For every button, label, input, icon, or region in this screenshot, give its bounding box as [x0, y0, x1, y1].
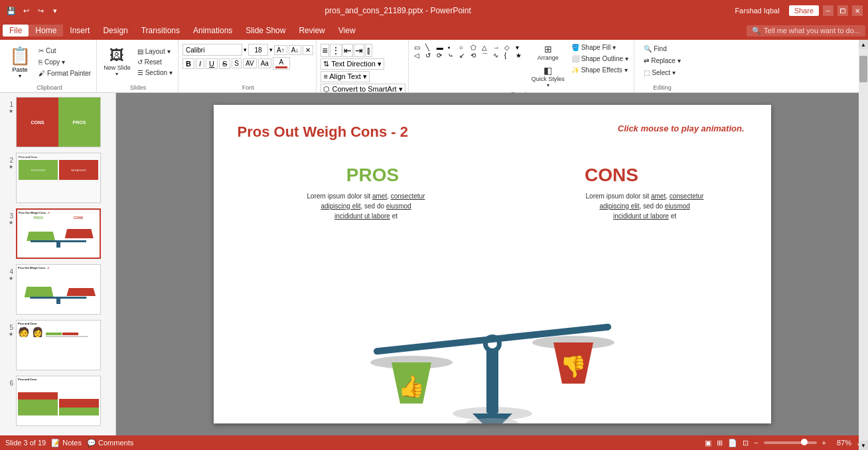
- zoom-out-button[interactable]: −: [754, 439, 758, 447]
- slide-thumb-6[interactable]: 6 Pros and Cons: [3, 374, 113, 427]
- shape-l6[interactable]: ⟲: [470, 52, 481, 61]
- select-button[interactable]: ⬚ Select ▾: [641, 68, 684, 78]
- scroll-up-button[interactable]: ▲: [859, 40, 868, 49]
- minimize-button[interactable]: ─: [823, 5, 833, 16]
- italic-button[interactable]: I: [196, 58, 204, 69]
- restore-button[interactable]: ⧠: [837, 5, 848, 16]
- shape-l10[interactable]: ★: [516, 52, 526, 61]
- notes-icon[interactable]: 📝 Notes: [51, 439, 82, 447]
- clear-format-button[interactable]: ✕: [303, 45, 313, 55]
- shape-fill-button[interactable]: 🪣 Shape Fill ▾: [569, 42, 631, 52]
- shape-l2[interactable]: ↺: [425, 52, 436, 61]
- align-text-button[interactable]: ≡ Align Text ▾: [321, 71, 369, 82]
- arrange-button[interactable]: ⊞ Arrange: [530, 42, 566, 62]
- shape-l5[interactable]: ↙: [459, 52, 470, 61]
- view-presenter-icon[interactable]: ⊡: [743, 439, 749, 447]
- increase-indent-button[interactable]: ⇥: [354, 44, 364, 57]
- slide-thumb-3[interactable]: 3 ★ Pros Out Weigh Cons - 2 PROS CONS: [3, 207, 113, 260]
- increase-font-button[interactable]: A↑: [274, 45, 287, 55]
- numbering-button[interactable]: ⋮: [330, 44, 342, 57]
- shape-line[interactable]: ╲: [425, 44, 436, 51]
- vertical-scrollbar[interactable]: ▲ ▼: [859, 40, 868, 450]
- slide-area[interactable]: Pros Out Weigh Cons - 2 Click mouse to p…: [116, 93, 868, 435]
- customize-quick-btn[interactable]: ▾: [49, 5, 61, 17]
- shape-diamond[interactable]: ◇: [504, 44, 515, 51]
- slide-thumb-2[interactable]: 2 ★ Pros and Cons POSITIVES NEGATIVES: [3, 151, 113, 204]
- menu-review[interactable]: Review: [292, 25, 331, 37]
- menu-animations[interactable]: Animations: [186, 25, 239, 37]
- shape-triangle[interactable]: △: [482, 44, 492, 51]
- save-quick-btn[interactable]: 💾: [5, 5, 17, 17]
- reset-button[interactable]: ↺ Reset: [135, 57, 175, 67]
- format-painter-button[interactable]: 🖌 Format Painter: [36, 68, 94, 78]
- font-size-input[interactable]: [248, 44, 268, 56]
- share-button[interactable]: Share: [789, 5, 819, 16]
- shape-rect2[interactable]: ▬: [437, 44, 447, 51]
- slide-thumb-4[interactable]: 4 ★ Pros Out Weigh Cons - 3: [3, 263, 113, 316]
- shape-l9[interactable]: {: [504, 52, 515, 61]
- shadow-button[interactable]: S: [232, 58, 242, 68]
- quick-styles-button[interactable]: ◧ Quick Styles ▾: [530, 64, 566, 90]
- shape-outline-button[interactable]: ⬜ Shape Outline ▾: [569, 54, 631, 64]
- scroll-thumb[interactable]: [859, 56, 867, 82]
- redo-quick-btn[interactable]: ↪: [35, 5, 46, 17]
- underline-button[interactable]: U: [206, 58, 218, 69]
- font-case-button[interactable]: Aa: [258, 58, 271, 68]
- menu-design[interactable]: Design: [96, 25, 134, 37]
- scroll-track[interactable]: [859, 49, 868, 441]
- shape-l3[interactable]: ⟳: [437, 52, 447, 61]
- slide-img-2: Pros and Cons POSITIVES NEGATIVES: [16, 153, 101, 203]
- view-normal-icon[interactable]: ▣: [705, 439, 711, 447]
- comments-icon[interactable]: 💬 Comments: [87, 439, 133, 447]
- layout-button[interactable]: ▤ Layout ▾: [135, 46, 175, 56]
- section-button[interactable]: ☰ Section ▾: [135, 68, 175, 78]
- zoom-level[interactable]: 87%: [832, 439, 851, 447]
- shape-l8[interactable]: ∿: [493, 52, 504, 61]
- menu-insert[interactable]: Insert: [63, 25, 96, 37]
- find-button[interactable]: 🔍 Find: [641, 44, 684, 54]
- zoom-in-button[interactable]: +: [822, 439, 826, 447]
- zoom-slider[interactable]: [764, 441, 817, 444]
- shape-l7[interactable]: ⌒: [482, 52, 492, 61]
- menu-view[interactable]: View: [332, 25, 362, 37]
- shape-more[interactable]: ▾: [516, 44, 526, 51]
- font-name-input[interactable]: [182, 44, 242, 56]
- slide-num-5: 5: [4, 320, 13, 331]
- menu-file[interactable]: File: [3, 25, 29, 37]
- close-button[interactable]: ✕: [852, 5, 863, 16]
- shape-l1[interactable]: ◁: [414, 52, 425, 61]
- shape-pentagon[interactable]: ⬠: [470, 44, 481, 51]
- search-bar[interactable]: 🔍 Tell me what you want to do...: [747, 25, 865, 37]
- shape-l4[interactable]: ⤷: [448, 52, 459, 61]
- shape-rect[interactable]: ▭: [414, 44, 425, 51]
- shape-circle[interactable]: ○: [459, 44, 470, 51]
- shape-rect3[interactable]: ▪: [448, 44, 459, 51]
- bold-button[interactable]: B: [182, 58, 194, 69]
- bullets-button[interactable]: ≡: [321, 44, 328, 57]
- replace-button[interactable]: ⇄ Replace ▾: [641, 56, 684, 66]
- view-slide-sorter-icon[interactable]: ⊞: [717, 439, 723, 447]
- paste-button[interactable]: 📋 Paste ▾: [5, 41, 35, 83]
- user-name[interactable]: Farshad Iqbal: [735, 7, 779, 15]
- menu-slideshow[interactable]: Slide Show: [239, 25, 292, 37]
- strikethrough-button[interactable]: S: [219, 58, 230, 69]
- shape-arrow-r[interactable]: →: [493, 44, 504, 51]
- columns-button[interactable]: ⫿: [365, 44, 372, 57]
- decrease-indent-button[interactable]: ⇤: [342, 44, 353, 57]
- copy-button[interactable]: ⎘ Copy ▾: [36, 57, 94, 67]
- menu-home[interactable]: Home: [29, 25, 63, 37]
- text-direction-button[interactable]: ⇅ Text Direction ▾: [321, 58, 384, 70]
- slide-thumb-1[interactable]: 1 ★ CONS PROS: [3, 96, 113, 149]
- scroll-down-button[interactable]: ▼: [859, 441, 868, 450]
- undo-quick-btn[interactable]: ↩: [20, 5, 32, 17]
- search-placeholder[interactable]: Tell me what you want to do...: [764, 27, 860, 35]
- new-slide-button[interactable]: 🖼 New Slide ▾: [101, 44, 133, 81]
- slide-thumb-5[interactable]: 5 ★ Pros and Cons 🧑 👩: [3, 319, 113, 372]
- cut-button[interactable]: ✂ Cut: [36, 46, 94, 56]
- view-reading-icon[interactable]: 📄: [728, 439, 737, 447]
- decrease-font-button[interactable]: A↓: [289, 45, 302, 55]
- menu-transitions[interactable]: Transitions: [135, 25, 186, 37]
- shape-effects-button[interactable]: ✨ Shape Effects ▾: [569, 65, 631, 75]
- char-spacing-button[interactable]: AV: [243, 58, 257, 68]
- font-color-button[interactable]: A: [273, 57, 290, 70]
